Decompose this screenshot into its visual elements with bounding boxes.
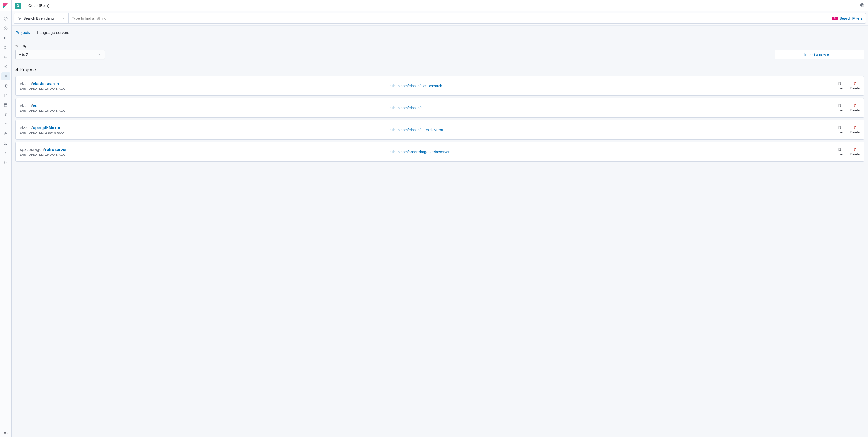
nav-monitoring[interactable]	[0, 148, 11, 158]
project-card: elastic/eui LAST UPDATED:16 DAYS AGO git…	[16, 98, 864, 118]
search-bar: Search Everything 0 Search Filters	[14, 13, 866, 24]
import-repo-button[interactable]: Import a new repo	[775, 50, 864, 59]
nav-apm[interactable]	[0, 100, 11, 110]
nav-dashboard[interactable]	[0, 43, 11, 52]
search-input[interactable]	[69, 13, 829, 23]
last-updated: LAST UPDATED:16 DAYS AGO	[20, 109, 389, 112]
clock-icon	[4, 17, 8, 21]
nav-uptime[interactable]	[0, 110, 11, 119]
app-logo[interactable]	[0, 0, 11, 11]
projects-count: 4 Projects	[11, 59, 868, 76]
logs-icon	[4, 93, 8, 98]
index-icon	[838, 104, 842, 108]
repo-name: elasticsearch	[33, 82, 59, 86]
svg-point-13	[5, 66, 6, 67]
nav-code[interactable]	[1, 72, 10, 80]
nav-management[interactable]	[0, 158, 11, 167]
index-label: Index	[836, 152, 844, 156]
search-filters-button[interactable]: 0 Search Filters	[829, 13, 866, 23]
repo-title[interactable]: elastic/openjdkMirror	[20, 125, 389, 130]
delete-button[interactable]: Delete	[850, 104, 860, 112]
index-icon	[838, 82, 842, 86]
repo-org: spacedragon	[20, 147, 44, 152]
svg-rect-9	[6, 46, 7, 47]
repo-title[interactable]: spacedragon/retroserver	[20, 147, 389, 152]
nav-visualize[interactable]	[0, 33, 11, 43]
help-button[interactable]	[860, 3, 864, 8]
index-label: Index	[836, 109, 844, 112]
projects-list: elastic/elasticsearch LAST UPDATED:16 DA…	[11, 76, 868, 162]
svg-point-14	[4, 84, 7, 88]
index-button[interactable]: Index	[836, 104, 844, 112]
svg-point-7	[4, 27, 7, 30]
repo-url[interactable]: github.com/elastic/openjdkMirror	[389, 128, 836, 132]
svg-rect-17	[5, 134, 7, 135]
svg-rect-12	[4, 56, 7, 58]
svg-rect-8	[4, 46, 5, 47]
index-icon	[838, 126, 842, 130]
sort-label: Sort By	[16, 45, 105, 48]
last-updated: LAST UPDATED:16 DAYS AGO	[20, 87, 389, 90]
delete-button[interactable]: Delete	[850, 126, 860, 134]
trash-icon	[853, 104, 857, 108]
gear-icon	[4, 160, 8, 165]
sort-value: A to Z	[19, 53, 28, 57]
side-nav	[0, 11, 11, 437]
index-icon	[838, 148, 842, 152]
index-button[interactable]: Index	[836, 148, 844, 156]
svg-line-2	[861, 4, 862, 5]
repo-org: elastic	[20, 125, 32, 130]
sort-select[interactable]: A to Z	[16, 50, 105, 59]
dashboard-icon	[4, 45, 8, 50]
tab-projects[interactable]: Projects	[16, 26, 30, 39]
compass-icon	[4, 26, 8, 30]
delete-label: Delete	[850, 87, 860, 90]
content-panel: Projects Language servers Sort By A to Z…	[11, 25, 868, 437]
target-icon	[18, 17, 21, 20]
repo-title[interactable]: elastic/elasticsearch	[20, 82, 389, 86]
search-scope-label: Search Everything	[23, 16, 54, 21]
repo-org: elastic	[20, 82, 32, 86]
lock-icon	[4, 132, 8, 136]
trash-icon	[853, 148, 857, 152]
projects-toolbar: Sort By A to Z Import a new repo	[11, 39, 868, 59]
delete-label: Delete	[850, 109, 860, 112]
delete-button[interactable]: Delete	[850, 82, 860, 90]
svg-rect-10	[4, 48, 5, 49]
nav-infra[interactable]	[0, 81, 11, 91]
delete-label: Delete	[850, 152, 860, 156]
repo-url[interactable]: github.com/spacedragon/retroserver	[389, 150, 836, 154]
tab-language-servers[interactable]: Language servers	[37, 26, 69, 39]
filter-count-badge: 0	[832, 17, 837, 20]
nav-collapse[interactable]	[0, 430, 11, 437]
svg-point-18	[5, 162, 6, 163]
apm-icon	[4, 103, 8, 107]
nav-security[interactable]	[0, 129, 11, 139]
nav-discover[interactable]	[0, 24, 11, 33]
delete-button[interactable]: Delete	[850, 148, 860, 156]
nav-recent[interactable]	[0, 14, 11, 24]
wrench-icon	[4, 141, 8, 146]
svg-point-15	[5, 85, 6, 86]
collapse-icon	[4, 431, 8, 435]
main-area: Search Everything 0 Search Filters Proje…	[11, 11, 868, 437]
nav-siem[interactable]	[0, 119, 11, 129]
repo-url[interactable]: github.com/elastic/eui	[389, 106, 836, 110]
index-button[interactable]: Index	[836, 126, 844, 134]
uptime-icon	[4, 113, 8, 117]
search-scope-selector[interactable]: Search Everything	[14, 13, 69, 23]
repo-url[interactable]: github.com/elastic/elasticsearch	[389, 84, 836, 88]
index-button[interactable]: Index	[836, 82, 844, 90]
nav-logs[interactable]	[0, 91, 11, 100]
index-label: Index	[836, 87, 844, 90]
repo-title[interactable]: elastic/eui	[20, 104, 389, 108]
last-updated: LAST UPDATED:2 DAYS AGO	[20, 131, 389, 134]
space-selector[interactable]: D	[15, 3, 21, 9]
nav-dev-tools[interactable]	[0, 139, 11, 148]
project-card: spacedragon/retroserver LAST UPDATED:10 …	[16, 142, 864, 162]
pin-icon	[4, 64, 8, 69]
project-card: elastic/elasticsearch LAST UPDATED:16 DA…	[16, 76, 864, 96]
svg-point-1	[861, 4, 863, 6]
nav-canvas[interactable]	[0, 52, 11, 62]
nav-maps[interactable]	[0, 62, 11, 71]
